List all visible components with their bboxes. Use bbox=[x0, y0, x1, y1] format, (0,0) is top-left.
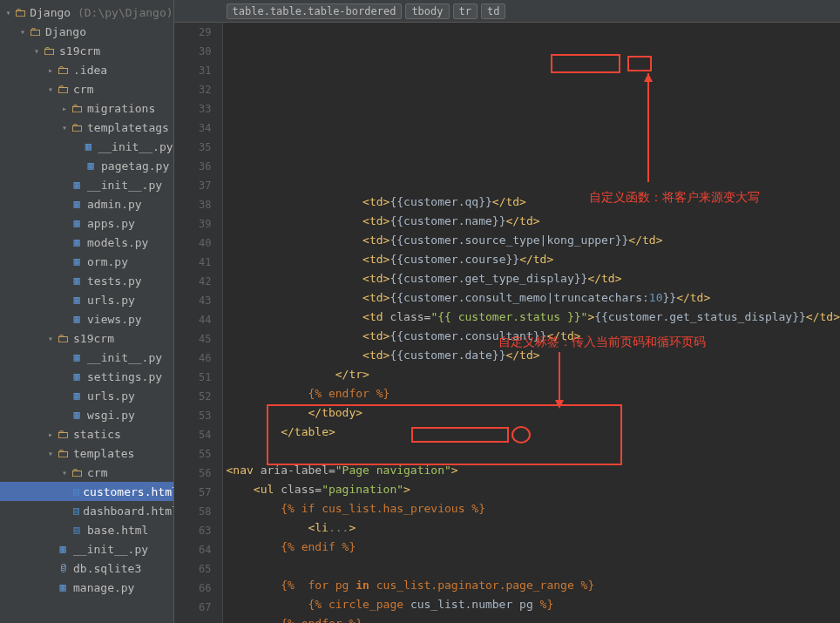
annotation-box-kong-upper bbox=[551, 54, 620, 73]
tree-arrow-icon[interactable] bbox=[59, 468, 70, 477]
code-line[interactable]: </table> bbox=[223, 423, 840, 442]
tree-item---init---py[interactable]: __init__.py bbox=[0, 348, 173, 367]
code-line[interactable]: {% endfor %} bbox=[223, 614, 840, 623]
tree-arrow-icon[interactable] bbox=[31, 46, 42, 56]
tree-arrow-icon[interactable] bbox=[59, 104, 70, 113]
tree-item-urls-py[interactable]: urls.py bbox=[0, 386, 173, 405]
code-line[interactable] bbox=[223, 442, 840, 461]
tree-label: Django bbox=[45, 25, 86, 38]
line-number: 34 bbox=[174, 119, 212, 138]
tree-item-admin-py[interactable]: admin.py bbox=[0, 194, 173, 213]
line-number: 45 bbox=[174, 329, 212, 349]
tree-item---init---py[interactable]: __init__.py bbox=[0, 539, 173, 559]
line-number: 53 bbox=[174, 406, 212, 425]
tree-item-pagetag-py[interactable]: pagetag.py bbox=[0, 156, 173, 175]
breadcrumb-item[interactable]: tr bbox=[453, 3, 478, 19]
breadcrumb-item[interactable]: tbody bbox=[405, 3, 449, 19]
tree-item-django[interactable]: Django (D:\py\Django) bbox=[0, 3, 173, 22]
tree-item-tests-py[interactable]: tests.py bbox=[0, 271, 173, 290]
tree-label: Django (D:\py\Django) bbox=[30, 6, 173, 19]
tree-item-db-sqlite3[interactable]: db.sqlite3 bbox=[0, 559, 173, 578]
code-line[interactable]: </tbody> bbox=[223, 403, 840, 423]
code-line[interactable]: </tr> bbox=[223, 365, 840, 384]
tree-item-manage-py[interactable]: manage.py bbox=[0, 578, 173, 597]
tree-item-models-py[interactable]: models.py bbox=[0, 233, 173, 252]
tree-item---init---py[interactable]: __init__.py bbox=[0, 137, 173, 156]
tree-label: wsgi.py bbox=[87, 409, 135, 422]
tree-item-migrations[interactable]: migrations bbox=[0, 98, 173, 118]
tree-item---init---py[interactable]: __init__.py bbox=[0, 175, 173, 194]
tree-arrow-icon[interactable] bbox=[17, 27, 28, 37]
line-number: 44 bbox=[174, 310, 212, 329]
tree-item-customers-html[interactable]: customers.html bbox=[0, 482, 173, 501]
project-tree[interactable]: Django (D:\py\Django)Djangos19crm.ideacr… bbox=[0, 0, 174, 623]
tree-label: views.py bbox=[87, 313, 142, 326]
py-icon bbox=[70, 274, 84, 288]
tree-item-apps-py[interactable]: apps.py bbox=[0, 213, 173, 233]
line-number: 40 bbox=[174, 234, 212, 253]
code-line[interactable]: {% endif %} bbox=[223, 538, 840, 557]
line-number: 64 bbox=[174, 540, 212, 559]
tree-label: __init__.py bbox=[87, 351, 162, 364]
tree-arrow-icon[interactable] bbox=[45, 334, 56, 343]
line-number: 55 bbox=[174, 444, 212, 464]
code-line[interactable]: <nav aria-label="Page navigation"> bbox=[223, 461, 840, 480]
tree-label: models.py bbox=[87, 236, 148, 249]
tree-item-wsgi-py[interactable]: wsgi.py bbox=[0, 405, 173, 424]
py-icon bbox=[56, 542, 70, 556]
tree-arrow-icon[interactable] bbox=[45, 430, 56, 439]
tree-arrow-icon[interactable] bbox=[45, 65, 56, 75]
code-line[interactable]: <td>{{customer.consult_memo|truncatechar… bbox=[223, 288, 840, 308]
tree-arrow-icon[interactable] bbox=[59, 123, 70, 132]
tree-item-views-py[interactable]: views.py bbox=[0, 309, 173, 328]
tree-item-crm[interactable]: crm bbox=[0, 463, 173, 482]
code-area[interactable]: 2930313233343536373839404142434445465152… bbox=[174, 23, 840, 623]
tree-item-settings-py[interactable]: settings.py bbox=[0, 367, 173, 386]
tree-arrow-icon[interactable] bbox=[45, 449, 56, 458]
code-line[interactable]: <td class="{{ customer.status }}">{{cust… bbox=[223, 308, 840, 327]
code-content[interactable]: 自定义函数：将客户来源变大写 自定义标签：传入当前页码和循环页码 <td>{ bbox=[223, 23, 840, 623]
tree-item--idea[interactable]: .idea bbox=[0, 60, 173, 79]
py-icon bbox=[70, 293, 84, 307]
code-line[interactable] bbox=[223, 557, 840, 576]
line-number: 57 bbox=[174, 483, 212, 502]
tree-item-orm-py[interactable]: orm.py bbox=[0, 252, 173, 271]
line-number: 65 bbox=[174, 559, 212, 579]
tree-label: __init__.py bbox=[87, 179, 162, 192]
tree-item-s19crm[interactable]: s19crm bbox=[0, 328, 173, 348]
tree-item-statics[interactable]: statics bbox=[0, 424, 173, 444]
tree-label: tests.py bbox=[87, 274, 142, 288]
tree-item-django[interactable]: Django bbox=[0, 22, 173, 41]
code-line[interactable]: {% if cus_list.has_previous %} bbox=[223, 499, 840, 518]
svg-marker-1 bbox=[644, 73, 653, 82]
breadcrumb-bar: table.table.table-borderedtbodytrtd bbox=[174, 0, 840, 23]
tree-label: .idea bbox=[73, 64, 107, 77]
tree-item-templatetags[interactable]: templatetags bbox=[0, 118, 173, 137]
py-icon bbox=[70, 408, 84, 422]
tree-label: base.html bbox=[87, 524, 148, 537]
code-line[interactable]: {% endfor %} bbox=[223, 384, 840, 403]
tree-item-urls-py[interactable]: urls.py bbox=[0, 290, 173, 309]
tree-arrow-icon[interactable] bbox=[3, 8, 13, 17]
tree-item-base-html[interactable]: base.html bbox=[0, 520, 173, 539]
code-line[interactable]: <li...> bbox=[223, 518, 840, 538]
code-line[interactable]: <td>{{customer.course}}</td> bbox=[223, 250, 840, 269]
folder-icon bbox=[56, 331, 70, 345]
tree-item-s19crm[interactable]: s19crm bbox=[0, 41, 173, 60]
line-number: 36 bbox=[174, 157, 212, 176]
code-line[interactable]: {% circle_page cus_list.number pg %} bbox=[223, 595, 840, 614]
tree-item-templates[interactable]: templates bbox=[0, 444, 173, 463]
tree-item-crm[interactable]: crm bbox=[0, 79, 173, 98]
code-line[interactable]: <ul class="pagination"> bbox=[223, 480, 840, 499]
breadcrumb-item[interactable]: td bbox=[481, 3, 505, 19]
tree-arrow-icon[interactable] bbox=[45, 85, 56, 94]
code-line[interactable]: <td>{{customer.get_type_display}}</td> bbox=[223, 269, 840, 288]
breadcrumb-item[interactable]: table.table.table-bordered bbox=[227, 3, 403, 19]
tree-label: urls.py bbox=[87, 294, 135, 307]
line-number: 35 bbox=[174, 138, 212, 157]
code-line[interactable]: <td>{{customer.source_type|kong_upper}}<… bbox=[223, 231, 840, 250]
tree-item-dashboard-html[interactable]: dashboard.html bbox=[0, 501, 173, 520]
code-line[interactable]: <td>{{customer.name}}</td> bbox=[223, 212, 840, 231]
code-line[interactable]: {% for pg in cus_list.paginator.page_ran… bbox=[223, 576, 840, 595]
tree-label: __init__.py bbox=[98, 140, 173, 153]
